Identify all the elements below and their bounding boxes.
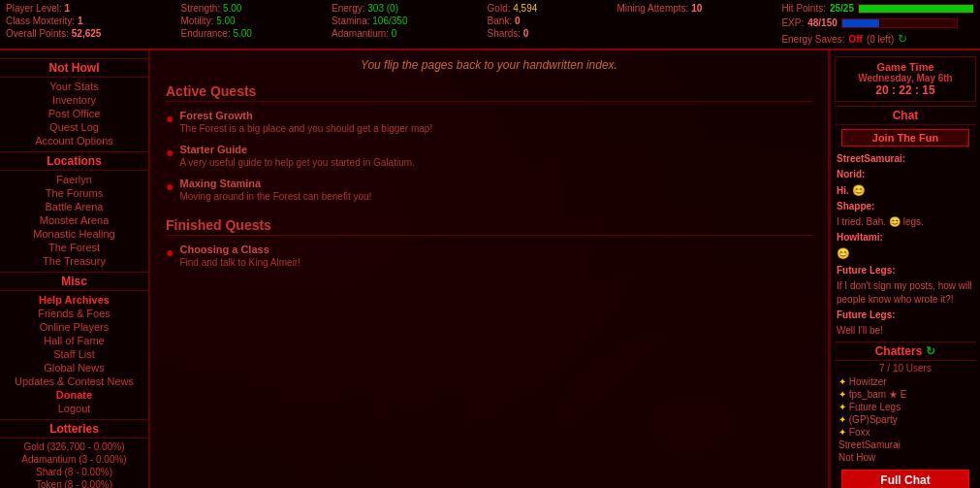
sidebar-item-faerlyn[interactable]: Faerlyn [0, 173, 148, 186]
chat-title: Chat [835, 106, 976, 125]
sidebar-item-updates-contests[interactable]: Updates & Contest News [0, 374, 148, 388]
sidebar-item-donate[interactable]: Donate [0, 388, 148, 402]
sidebar-item-the-forums[interactable]: The Forums [0, 186, 148, 200]
lotto-adamantium: Adamantium (3 - 0.00%) [0, 453, 148, 466]
chatter-star-1: ✦ [838, 376, 849, 387]
chat-msg-5: I tried. Bah. 😊 legs. [835, 215, 976, 229]
chat-msg-11: Well I'll be! [835, 324, 976, 338]
chat-text-5: I tried. Bah. 😊 legs. [837, 216, 924, 227]
top-bar: Player Level: 1 Class Moxterity: 1 Overa… [0, 0, 980, 50]
sidebar-item-global-news[interactable]: Global News [0, 361, 148, 374]
chatter-future-legs: ✦ Future Legs [835, 401, 976, 413]
chatter-gp-sparty: ✦ (GP)Sparty [835, 413, 976, 426]
sidebar-item-the-treasury[interactable]: The Treasury [0, 254, 148, 268]
lotto-shard: Shard (8 - 0.00%) [0, 466, 148, 478]
chat-msg-10: Future Legs: [835, 309, 976, 322]
chatter-star-3: ✦ [838, 402, 849, 412]
chatter-name-4: (GP)Sparty [849, 414, 898, 425]
quest-item-1: ● Forest Growth The Forest is a big plac… [166, 110, 812, 134]
refresh-icon[interactable]: ↻ [898, 32, 907, 46]
sidebar-item-monster-arena[interactable]: Monster Arena [0, 213, 148, 227]
chatter-fps-bam: ✦ fps_bam ★ E [835, 388, 976, 401]
quest-2-name[interactable]: Starter Guide [179, 144, 414, 155]
finished-quest-1-name[interactable]: Choosing a Class [179, 244, 300, 255]
mining-row: Mining Attempts: 10 [616, 3, 702, 14]
game-time-box: Game Time Wednesday, May 6th 20 : 22 : 1… [835, 56, 976, 102]
class-moxterity-label: Class Moxterity: [6, 16, 75, 26]
chat-emoji-2: 😊 [837, 247, 850, 259]
exp-bar-fill [842, 19, 879, 27]
chatter-name-2: fps_bam ★ E [849, 389, 907, 400]
sidebar-item-hall-of-fame[interactable]: Hall of Fame [0, 334, 148, 347]
gold-bank-col: Gold: 4,594 Bank: 0 Shards: 0 [488, 3, 538, 39]
quest-1-name[interactable]: Forest Growth [179, 110, 432, 121]
chatters-count: 7 / 10 Users [835, 363, 976, 374]
chatter-star-5: ✦ [838, 427, 849, 438]
chatter-name-6: StreetSamurai [838, 439, 901, 450]
chat-msg-8: Future Legs: [835, 264, 976, 277]
overall-points-label: Overall Points: [6, 28, 69, 39]
class-moxterity-value: 1 [78, 16, 83, 26]
sidebar-item-inventory[interactable]: Inventory [0, 93, 148, 107]
finished-quests-header: Finished Quests [166, 217, 812, 236]
quest-item-3: ● Maxing Stamina Moving around in the Fo… [166, 178, 812, 202]
chat-box: Chat Join The Fun StreetSamurai: Norid: … [835, 106, 976, 338]
sidebar-item-post-office[interactable]: Post Office [0, 107, 148, 120]
exp-bar-outer [841, 18, 958, 28]
chatters-refresh-icon[interactable]: ↻ [926, 344, 935, 358]
sidebar-item-online-players[interactable]: Online Players [0, 320, 148, 334]
active-quests-header: Active Quests [166, 83, 812, 102]
chatter-name-5: Foxx [849, 427, 870, 438]
sidebar-item-your-stats[interactable]: Your Stats [0, 80, 148, 93]
chat-msg-7: 😊 [835, 246, 976, 261]
right-sidebar: Game Time Wednesday, May 6th 20 : 22 : 1… [830, 50, 980, 488]
sidebar-item-friends-foes[interactable]: Friends & Foes [0, 307, 148, 320]
sidebar-item-account-options[interactable]: Account Options [0, 134, 148, 147]
sidebar-item-help-archives[interactable]: Help Archives [0, 293, 148, 307]
finished-quests-section: Finished Quests ● Choosing a Class Find … [166, 217, 812, 268]
chatter-name-1: Howitzer [849, 376, 887, 387]
player-level-value: 1 [65, 3, 71, 14]
sidebar-item-logout[interactable]: Logout [0, 402, 148, 415]
player-stats-col: Player Level: 1 Class Moxterity: 1 Overa… [6, 3, 101, 39]
left-sidebar: Not Howl Your Stats Inventory Post Offic… [0, 50, 150, 488]
quest-bullet-1: ● [166, 111, 174, 126]
hp-label: Hit Points: [781, 3, 826, 14]
energy-saves-row: Energy Saves: Off (0 left) ↻ [781, 32, 974, 46]
exp-label: EXP: [781, 17, 804, 28]
hp-bar-row: Hit Points: 25/25 [781, 3, 974, 14]
quest-bullet-2: ● [166, 145, 174, 160]
chatters-title-text: Chatters [875, 344, 923, 358]
sidebar-item-battle-arena[interactable]: Battle Arena [0, 200, 148, 213]
motility-row: Motility: 5.00 [181, 16, 252, 26]
adamantium-row: Adamantium: 0 [332, 28, 407, 39]
chat-user-future-legs-1: Future Legs: [837, 265, 896, 276]
chatter-foxx: ✦ Foxx [835, 426, 976, 439]
quest-3-name[interactable]: Maxing Stamina [179, 178, 371, 189]
overall-points-row: Overall Points: 52,625 [6, 28, 101, 39]
chat-msg-9: If I don't sign my posts, how will peopl… [835, 279, 976, 307]
chat-msg-3: Hi. 😊 [835, 183, 976, 198]
sidebar-item-monastic-healing[interactable]: Monastic Healing [0, 227, 148, 241]
finished-quest-1-content: Choosing a Class Find and talk to King A… [179, 244, 300, 268]
page-flip-message: You flip the pages back to your handwrit… [166, 58, 812, 72]
strength-row: Strength: 5.00 [181, 3, 252, 14]
overall-points-value: 52,625 [72, 28, 102, 39]
quest-1-desc: The Forest is a big place and you should… [179, 123, 432, 134]
hp-exp-col: Hit Points: 25/25 EXP: 48/150 Energy Sav… [781, 3, 974, 46]
chat-msg-4: Shappe: [835, 200, 976, 213]
sidebar-item-quest-log[interactable]: Quest Log [0, 120, 148, 134]
shards-row: Shards: 0 [488, 28, 538, 39]
game-time-clock: 20 : 22 : 15 [839, 83, 971, 97]
class-moxterity-row: Class Moxterity: 1 [6, 16, 101, 26]
sidebar-item-staff-list[interactable]: Staff List [0, 347, 148, 361]
full-chat-button[interactable]: Full Chat [841, 470, 968, 488]
join-fun-button[interactable]: Join The Fun [841, 129, 968, 146]
energy-saves-label: Energy Saves: [781, 34, 844, 45]
player-level-row: Player Level: 1 [6, 3, 101, 14]
sidebar-item-the-forest[interactable]: The Forest [0, 241, 148, 254]
chat-msg-1: StreetSamurai: [835, 152, 976, 166]
chatter-not-how: Not How [835, 451, 976, 464]
misc-title: Misc [0, 272, 148, 291]
quest-item-2: ● Starter Guide A very useful guide to h… [166, 144, 812, 168]
